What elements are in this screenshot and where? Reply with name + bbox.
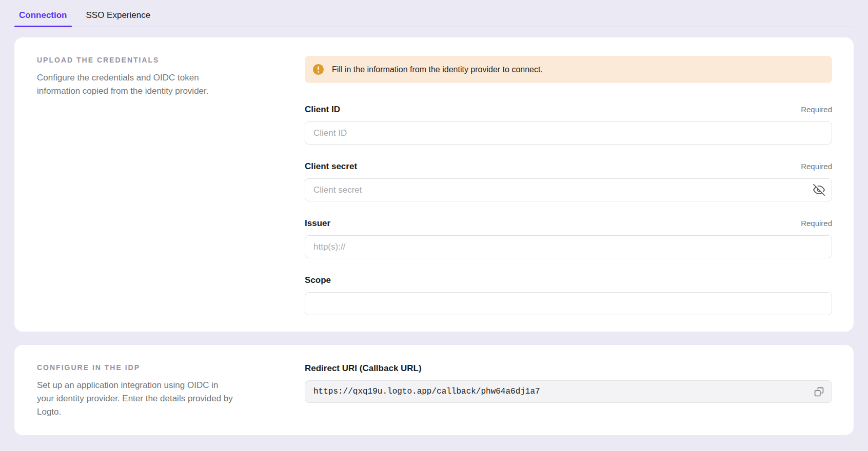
field-label: Client secret — [305, 161, 357, 172]
tab-sso-experience[interactable]: SSO Experience — [82, 9, 155, 27]
issuer-input[interactable] — [305, 235, 832, 258]
tab-bar: Connection SSO Experience — [14, 0, 854, 27]
field-issuer: Issuer Required — [305, 218, 832, 258]
field-head: Scope — [305, 275, 832, 285]
description-line: Configure the credentials and OIDC token — [37, 71, 248, 85]
required-badge: Required — [801, 219, 832, 228]
credentials-form: Fill in the information from the identit… — [305, 56, 832, 315]
field-client-secret: Client secret Required — [305, 161, 832, 201]
section-title: UPLOAD THE CREDENTIALS — [37, 56, 248, 64]
description-line: information copied from the identity pro… — [37, 85, 248, 98]
input-wrap — [305, 121, 832, 145]
field-head: Client ID Required — [305, 105, 832, 115]
redirect-uri-section: Redirect URI (Callback URL) https://qxq1… — [305, 363, 832, 419]
field-head: Client secret Required — [305, 161, 832, 172]
section-title: CONFIGURE IN THE IDP — [37, 363, 248, 372]
input-wrap — [305, 178, 832, 201]
field-head: Issuer Required — [305, 218, 832, 229]
redirect-uri-label: Redirect URI (Callback URL) — [305, 363, 832, 374]
scope-input[interactable] — [305, 292, 832, 315]
copy-icon[interactable] — [811, 384, 826, 399]
idp-card: CONFIGURE IN THE IDP Set up an applicati… — [14, 345, 854, 435]
eye-off-icon[interactable] — [812, 183, 825, 197]
alert-circle-icon — [313, 64, 324, 75]
description-line: your identity provider. Enter the detail… — [37, 392, 248, 405]
client-id-input[interactable] — [305, 121, 832, 145]
client-secret-input[interactable] — [305, 178, 832, 201]
field-client-id: Client ID Required — [305, 105, 832, 145]
redirect-uri-value: https://qxq19u.logto.app/callback/phw64a… — [313, 387, 811, 396]
section-description: Configure the credentials and OIDC token… — [37, 71, 248, 98]
sso-connector-page: Connection SSO Experience UPLOAD THE CRE… — [0, 0, 868, 435]
description-line: Set up an application integration using … — [37, 379, 248, 392]
idp-card-info: CONFIGURE IN THE IDP Set up an applicati… — [37, 363, 248, 419]
info-banner: Fill in the information from the identit… — [305, 56, 832, 83]
credentials-card: UPLOAD THE CREDENTIALS Configure the cre… — [14, 37, 854, 332]
credentials-card-info: UPLOAD THE CREDENTIALS Configure the cre… — [37, 56, 248, 315]
field-scope: Scope — [305, 275, 832, 315]
field-label: Scope — [305, 275, 331, 285]
banner-text: Fill in the information from the identit… — [332, 65, 543, 74]
required-badge: Required — [801, 162, 832, 171]
redirect-uri-field: https://qxq19u.logto.app/callback/phw64a… — [305, 380, 832, 403]
field-label: Client ID — [305, 105, 340, 115]
input-wrap — [305, 292, 832, 315]
input-wrap — [305, 235, 832, 258]
description-line: Logto. — [37, 405, 248, 419]
section-description: Set up an application integration using … — [37, 379, 248, 419]
field-label: Issuer — [305, 218, 330, 229]
tab-connection[interactable]: Connection — [14, 9, 72, 27]
required-badge: Required — [801, 105, 832, 114]
